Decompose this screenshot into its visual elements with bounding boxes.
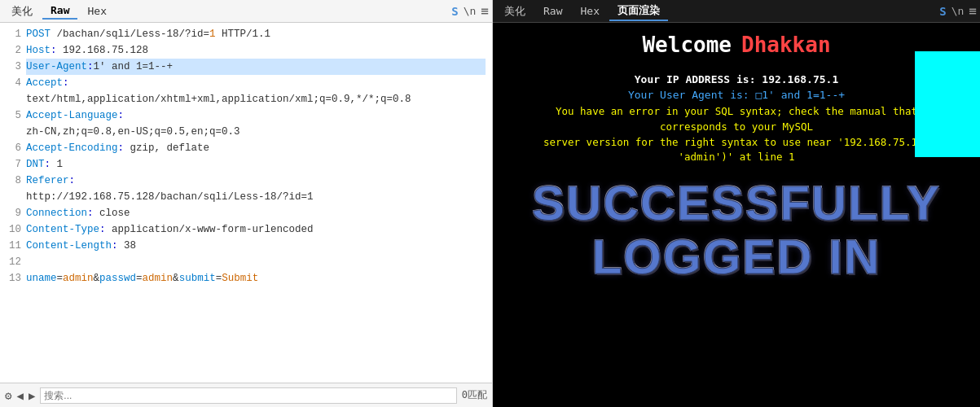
left-tab-bar: 美化 Raw Hex S \n ≡ [0, 0, 492, 23]
right-panel: 美化 Raw Hex 页面渲染 S \n ≡ Welcome Dhakkan Y… [493, 0, 980, 407]
line-5: 5 Accept-Language: [7, 107, 486, 124]
menu-icon[interactable]: ≡ [481, 3, 489, 19]
line-7: 7 DNT: 1 [7, 156, 486, 173]
user-agent-line: Your User Agent is: □1' and 1=1--+ [509, 89, 964, 101]
ip-area: Your IP ADDRESS is: 192.168.75.1 Your Us… [493, 63, 980, 168]
cyan-box [915, 51, 980, 157]
line-12: 12 [7, 254, 486, 270]
sql-error-line1: You have an error in your SQL syntax; ch… [509, 104, 964, 135]
welcome-text: Welcome [642, 33, 732, 57]
left-request-content: 1 POST /bachan/sqli/Less-18/?id=1 HTTP/1… [0, 23, 492, 383]
success-line2: LOGGED IN [493, 230, 980, 284]
right-toolbar-icons: S \n ≡ [939, 3, 977, 19]
sql-error-line2: server version for the right syntax to u… [509, 135, 964, 166]
next-match-icon[interactable]: ▶ [29, 389, 35, 402]
prev-match-icon[interactable]: ◀ [16, 389, 23, 402]
left-tab-hex[interactable]: Hex [79, 3, 114, 19]
line-8: 8 Referer: [7, 173, 486, 189]
left-panel: 美化 Raw Hex S \n ≡ 1 POST /bachan/sqli/Le… [0, 0, 493, 407]
line-13: 13 uname=admin&passwd=admin&submit=Submi… [7, 270, 486, 287]
line-6: 6 Accept-Encoding: gzip, deflate [7, 140, 486, 156]
right-render-content: Welcome Dhakkan Your IP ADDRESS is: 192.… [493, 23, 980, 407]
right-tab-raw[interactable]: Raw [535, 3, 570, 19]
success-line1: SUCCESSFULLY [493, 177, 980, 230]
settings-icon[interactable]: ⚙ [5, 389, 11, 402]
newline-icon-right[interactable]: \n [951, 5, 965, 17]
search-input[interactable] [40, 387, 456, 404]
success-area: SUCCESSFULLY LOGGED IN [493, 177, 980, 284]
left-tab-beautify[interactable]: 美化 [3, 2, 41, 20]
line-2: 2 Host: 192.168.75.128 [7, 42, 486, 59]
left-bottom-bar: ⚙ ◀ ▶ 0匹配 [0, 383, 492, 407]
ip-address-line: Your IP ADDRESS is: 192.168.75.1 [509, 73, 964, 85]
left-toolbar-icons: S \n ≡ [451, 3, 489, 19]
save-icon-right[interactable]: S [939, 5, 946, 18]
welcome-area: Welcome Dhakkan [493, 23, 980, 63]
newline-icon[interactable]: \n [464, 5, 477, 17]
right-tab-hex[interactable]: Hex [572, 3, 607, 19]
line-4: 4 Accept: [7, 75, 486, 91]
save-icon[interactable]: S [451, 5, 458, 18]
line-9: 9 Connection: close [7, 205, 486, 221]
username-text: Dhakkan [741, 33, 831, 57]
right-tab-beautify[interactable]: 美化 [496, 2, 534, 20]
line-10: 10 Content-Type: application/x-www-form-… [7, 221, 486, 238]
line-5b: zh-CN,zh;q=0.8,en-US;q=0.5,en;q=0.3 [7, 124, 486, 140]
line-4b: text/html,application/xhtml+xml,applicat… [7, 91, 486, 107]
line-11: 11 Content-Length: 38 [7, 238, 486, 254]
left-tab-raw[interactable]: Raw [42, 2, 77, 20]
line-1: 1 POST /bachan/sqli/Less-18/?id=1 HTTP/1… [7, 26, 486, 42]
line-3: 3 User-Agent:1' and 1=1--+ [7, 59, 486, 75]
menu-icon-right[interactable]: ≡ [969, 3, 977, 19]
line-8b: http://192.168.75.128/bachan/sqli/Less-1… [7, 189, 486, 205]
right-tab-bar: 美化 Raw Hex 页面渲染 S \n ≡ [493, 0, 980, 23]
right-tab-render[interactable]: 页面渲染 [609, 2, 668, 21]
match-count: 0匹配 [462, 388, 487, 402]
